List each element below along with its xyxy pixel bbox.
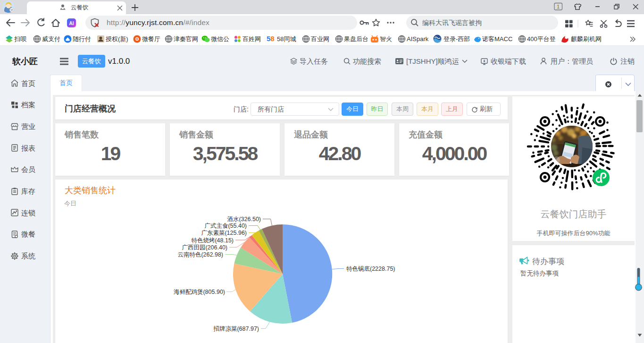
svg-text:特色烧烤(48.15): 特色烧烤(48.15)	[191, 237, 234, 244]
svg-text:AI: AI	[69, 21, 74, 26]
svg-text:1: 1	[557, 4, 560, 9]
svg-text:特色锅底(2228.75): 特色锅底(2228.75)	[346, 266, 395, 272]
svg-text:海鲜配鸡煲(805.90): 海鲜配鸡煲(805.90)	[174, 289, 225, 295]
svg-text:云南特色(262.98): 云南特色(262.98)	[177, 251, 223, 258]
svg-text:广西田园(206.40): 广西田园(206.40)	[182, 244, 227, 251]
svg-text:广东素菜(125.96): 广东素菜(125.96)	[201, 230, 247, 236]
svg-text:广式主食(55.40): 广式主食(55.40)	[204, 223, 247, 229]
svg-text:招牌凉菜(687.97): 招牌凉菜(687.97)	[213, 326, 259, 332]
svg-text:酒水(326.50): 酒水(326.50)	[227, 216, 261, 223]
